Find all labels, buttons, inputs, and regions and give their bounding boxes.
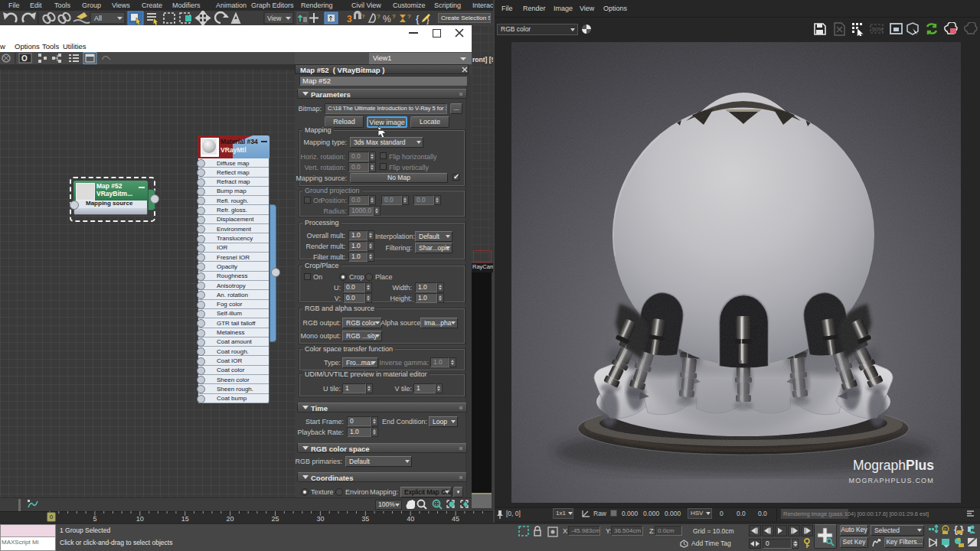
svg-text:{: {: [416, 13, 420, 24]
svg-text:All: All: [94, 15, 102, 22]
svg-text:3: 3: [347, 14, 352, 24]
svg-text:?: ?: [407, 13, 411, 20]
svg-text:35: 35: [361, 515, 369, 523]
svg-text:O: O: [21, 54, 28, 63]
svg-text:?: ?: [377, 13, 381, 20]
svg-text:50%: 50%: [872, 27, 883, 32]
svg-text:?: ?: [361, 13, 365, 20]
svg-text:?: ?: [392, 13, 396, 20]
svg-text:40: 40: [407, 515, 414, 523]
svg-text:}: }: [426, 15, 430, 24]
svg-text:20: 20: [227, 515, 234, 523]
svg-text:10: 10: [136, 515, 144, 523]
svg-text:15: 15: [181, 515, 189, 523]
svg-text:View: View: [267, 15, 282, 22]
svg-text:45: 45: [452, 515, 459, 523]
svg-text:%: %: [383, 14, 391, 24]
svg-text:5: 5: [93, 515, 96, 523]
svg-text:30: 30: [316, 515, 324, 523]
svg-text:25: 25: [271, 515, 279, 523]
